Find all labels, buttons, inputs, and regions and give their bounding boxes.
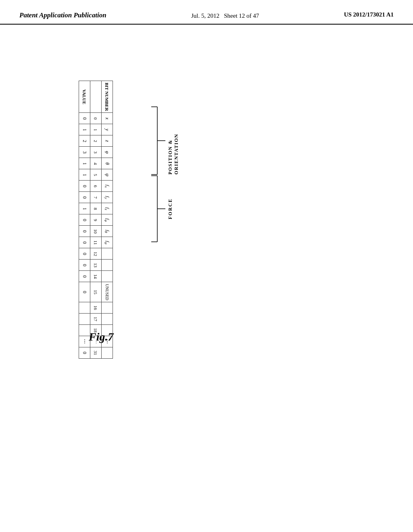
bit-15: UNUSED <box>102 282 113 302</box>
bit-theta: θ <box>102 158 113 169</box>
bitnum-11: 11 <box>90 237 102 248</box>
symbol-row: BIT NUMBER x y z φ θ ψ fx fy fz fφ fθ fψ… <box>102 81 113 359</box>
publication-number: US 2012/173021 A1 <box>344 11 394 18</box>
bit-z: z <box>102 135 113 147</box>
publication-date: Jul. 5, 2012 <box>191 12 219 19</box>
val-16 <box>79 302 90 313</box>
sheet-number: Sheet 12 of 47 <box>224 12 259 19</box>
bitnum-18: 18 <box>90 324 102 336</box>
val-7: 0 <box>79 192 90 203</box>
bit-fz: fz <box>102 203 113 214</box>
bit-17 <box>102 313 113 324</box>
bitnum-3: 3 <box>90 147 102 158</box>
value-row: VALUE 0 1 2 3 1 1 0 0 1 0 0 0 0 0 0 0 <box>79 81 90 359</box>
bitnum-31: 31 <box>90 347 102 358</box>
bit-18 <box>102 324 113 336</box>
bit-14 <box>102 271 113 282</box>
bitnum-15: 15 <box>90 282 102 302</box>
bit-16 <box>102 302 113 313</box>
bit-13 <box>102 260 113 271</box>
val-11: 0 <box>79 237 90 248</box>
bitnum-17: 17 <box>90 313 102 324</box>
bitnum-13: 13 <box>90 260 102 271</box>
val-10: 0 <box>79 226 90 237</box>
bitnum-7: 7 <box>90 192 102 203</box>
bitnum-12: 12 <box>90 248 102 260</box>
bit-12 <box>102 248 113 260</box>
bit-ftheta: fθ <box>102 226 113 237</box>
bit-x: x <box>102 113 113 124</box>
val-13: 0 <box>79 260 90 271</box>
val-2: 2 <box>79 135 90 147</box>
val-12: 0 <box>79 248 90 260</box>
bitnum-10: 10 <box>90 226 102 237</box>
bitnum-1: 1 <box>90 124 102 135</box>
bracket-svg <box>0 0 413 532</box>
val-0: 0 <box>79 113 90 124</box>
val-18 <box>79 324 90 336</box>
val-4: 1 <box>79 158 90 169</box>
bit-y: y <box>102 124 113 135</box>
bit-fpsi: fψ <box>102 237 113 248</box>
val-3: 3 <box>79 147 90 158</box>
bitnum-2: 2 <box>90 135 102 147</box>
bitnum-ellipsis: ⋯ <box>90 336 102 347</box>
table-wrapper: BIT NUMBER x y z φ θ ψ fx fy fz fφ fθ fψ… <box>113 81 391 115</box>
bit-ellipsis: ⋯ <box>102 336 113 347</box>
bit-fx: fx <box>102 181 113 192</box>
header-center: Jul. 5, 2012 Sheet 12 of 47 <box>191 11 259 21</box>
bit-psi: ψ <box>102 169 113 181</box>
bit-fphi: fφ <box>102 214 113 226</box>
position-orientation-label: POSITION & ORIENTATION <box>167 107 179 175</box>
bit-phi: φ <box>102 147 113 158</box>
bit-fy: fy <box>102 192 113 203</box>
val-ellipsis: ⋯ <box>79 336 90 347</box>
bit-table: BIT NUMBER x y z φ θ ψ fx fy fz fφ fθ fψ… <box>79 81 113 359</box>
val-17 <box>79 313 90 324</box>
bitnum-6: 6 <box>90 181 102 192</box>
bit-number-row: 0 1 2 3 4 5 6 7 8 9 10 11 12 13 14 15 16… <box>90 81 102 359</box>
bitnum-4: 4 <box>90 158 102 169</box>
val-1: 1 <box>79 124 90 135</box>
bitnum-16: 16 <box>90 302 102 313</box>
force-label: FORCE <box>167 176 173 242</box>
val-9: 0 <box>79 214 90 226</box>
publication-title: Patent Application Publication <box>19 11 106 19</box>
bit-31-header <box>102 347 113 358</box>
bitnum-5: 5 <box>90 169 102 181</box>
val-6: 0 <box>79 181 90 192</box>
bit-number-label: BIT NUMBER <box>102 81 113 113</box>
val-5: 1 <box>79 169 90 181</box>
bitnum-0: 0 <box>90 113 102 124</box>
page-header: Patent Application Publication Jul. 5, 2… <box>0 0 413 25</box>
bit-number-row-label <box>90 81 102 113</box>
bitnum-8: 8 <box>90 203 102 214</box>
value-row-label: VALUE <box>79 81 90 113</box>
bitnum-9: 9 <box>90 214 102 226</box>
val-14: 0 <box>79 271 90 282</box>
bitnum-14: 14 <box>90 271 102 282</box>
val-15: 0 <box>79 282 90 302</box>
val-31: 0 <box>79 347 90 358</box>
val-8: 1 <box>79 203 90 214</box>
